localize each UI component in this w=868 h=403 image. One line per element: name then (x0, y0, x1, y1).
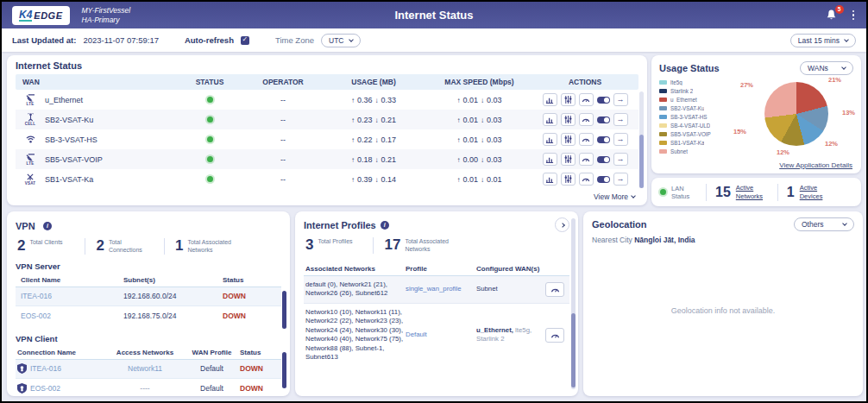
table-row: LTE SB5-VSAT-VOIP -- 0.180.21 0.000.03 → (16, 149, 638, 169)
speed-test-button[interactable] (579, 93, 594, 106)
satellite-dish-icon: LTE (22, 154, 38, 166)
chart-button[interactable] (543, 113, 557, 126)
more-menu-button[interactable] (851, 9, 857, 22)
active-networks-link[interactable]: Active Networks (736, 184, 769, 200)
wan-profile: Default (184, 364, 240, 373)
wan-toggle[interactable] (597, 116, 610, 123)
usage-filter-select[interactable]: WANs (800, 61, 853, 75)
view-application-details-link[interactable]: View Application Details (779, 161, 852, 169)
gauge-icon (550, 331, 560, 339)
view-more-button[interactable]: View More (594, 192, 635, 201)
status-dot (207, 97, 213, 103)
chart-button[interactable] (543, 93, 557, 106)
operator-value: -- (244, 96, 322, 104)
active-devices-count: 1 (787, 185, 795, 200)
details-button[interactable]: → (613, 93, 628, 106)
settings-button[interactable] (561, 153, 576, 166)
chart-icon (546, 175, 554, 183)
app-window: K4 EDGE MY-FirstVessel HA-Primary Intern… (0, 0, 868, 403)
notifications-button[interactable]: 5 (825, 9, 839, 22)
wan-toggle[interactable] (597, 136, 610, 143)
download-arrow-icon (375, 135, 379, 144)
col-usage: USAGE (MB) (322, 78, 425, 86)
time-range-select[interactable]: Last 15 mins (790, 34, 856, 47)
profile-name[interactable]: single_wan_profile (406, 285, 476, 294)
time-zone-label: Time Zone (275, 35, 314, 45)
scrollbar-thumb[interactable] (282, 291, 286, 329)
access-networks[interactable]: Network11 (106, 364, 184, 373)
geolocation-filter-select[interactable]: Others (794, 217, 854, 231)
client-name[interactable]: EOS-002 (16, 312, 123, 320)
configured-wans: u_Ethernet, lte5g, Starlink 2 (476, 326, 545, 344)
settings-button[interactable] (561, 173, 576, 186)
scrollbar-thumb[interactable] (571, 313, 576, 387)
wan-name[interactable]: SB2-VSAT-Ku (45, 116, 93, 124)
details-button[interactable]: → (613, 113, 628, 126)
col-max-speed: MAX SPEED (Mbps) (425, 78, 533, 86)
stat-label: Total Connections (109, 238, 154, 255)
brand-logo[interactable]: K4 EDGE (12, 6, 70, 25)
details-button[interactable]: → (613, 133, 628, 146)
chart-button[interactable] (543, 173, 557, 186)
details-button[interactable]: → (613, 153, 628, 166)
connection-name[interactable]: ITEA-016 (30, 364, 61, 373)
vpn-title: VPN (16, 221, 35, 231)
speed-test-button[interactable] (579, 113, 594, 126)
settings-button[interactable] (561, 93, 576, 106)
profiles-header: Associated Networks Profile Configured W… (304, 262, 569, 276)
legend-swatch (659, 115, 667, 119)
settings-button[interactable] (561, 133, 576, 146)
info-icon[interactable]: i (43, 222, 52, 230)
table-row: VSAT SB1-VSAT-Ka -- 0.390.14 0.010.01 → (16, 169, 638, 189)
wan-name[interactable]: SB1-VSAT-Ka (45, 175, 93, 184)
internet-status-title: Internet Status (16, 60, 638, 71)
vpn-client-row: ITEA-016 Network11 Default DOWN (16, 360, 281, 379)
stat-value: 2 (96, 238, 104, 253)
stat-label: Total Associated Networks (187, 238, 241, 255)
upload-arrow-icon (351, 175, 355, 184)
chart-button[interactable] (543, 133, 557, 146)
status-value: DOWN (223, 292, 270, 300)
time-zone-value: UTC (329, 36, 343, 45)
notification-badge: 5 (835, 5, 844, 14)
chart-button[interactable] (543, 153, 557, 166)
usage-filter-value: WANs (808, 64, 828, 72)
speed-test-button[interactable] (545, 282, 564, 297)
subnet-value: 192.168.75.0/24 (123, 312, 223, 320)
profile-row: Network10 (10), Network11 (11), Network2… (304, 304, 569, 367)
chevron-down-icon (631, 193, 636, 198)
speed-test-button[interactable] (579, 133, 594, 146)
info-icon[interactable]: i (381, 221, 389, 230)
legend-label: SB1-VSAT-Ka (670, 140, 704, 146)
time-zone-select[interactable]: UTC (321, 34, 360, 47)
wan-name[interactable]: SB5-VSAT-VOIP (45, 155, 103, 164)
wan-name[interactable]: u_Ethernet (45, 96, 83, 104)
settings-button[interactable] (561, 113, 576, 126)
toolbar: Last Updated at: 2023-11-07 07:59:17 Aut… (2, 28, 866, 52)
auto-refresh-checkbox[interactable] (241, 36, 249, 45)
scrollbar-thumb[interactable] (282, 352, 286, 388)
arrow-right-icon: → (617, 96, 625, 104)
wan-name[interactable]: SB-3-VSAT-HS (45, 135, 97, 144)
vpn-shield-icon (17, 363, 27, 374)
wan-toggle[interactable] (597, 176, 610, 183)
chart-icon (546, 135, 554, 143)
legend-label: lte5g (670, 79, 682, 85)
pie-graphic[interactable] (764, 82, 828, 146)
vpn-client-header: Connection Name Access Networks WAN Prof… (16, 346, 281, 360)
speed-test-button[interactable] (545, 328, 564, 343)
auto-refresh-label: Auto-refresh (185, 35, 234, 45)
legend-swatch (659, 132, 667, 136)
expand-profiles-button[interactable] (555, 217, 569, 232)
scrollbar-thumb[interactable] (639, 135, 644, 188)
client-name[interactable]: ITEA-016 (16, 292, 123, 300)
speed-test-button[interactable] (579, 153, 594, 166)
wan-toggle[interactable] (597, 156, 610, 163)
subnet-value: 192.168.60.0/24 (123, 292, 223, 300)
details-button[interactable]: → (613, 173, 628, 186)
speed-test-button[interactable] (579, 173, 594, 186)
wan-toggle[interactable] (597, 97, 610, 104)
profile-name[interactable]: Default (406, 331, 476, 340)
active-devices-link[interactable]: Active Devices (800, 184, 833, 200)
connection-name[interactable]: EOS-002 (30, 384, 60, 393)
